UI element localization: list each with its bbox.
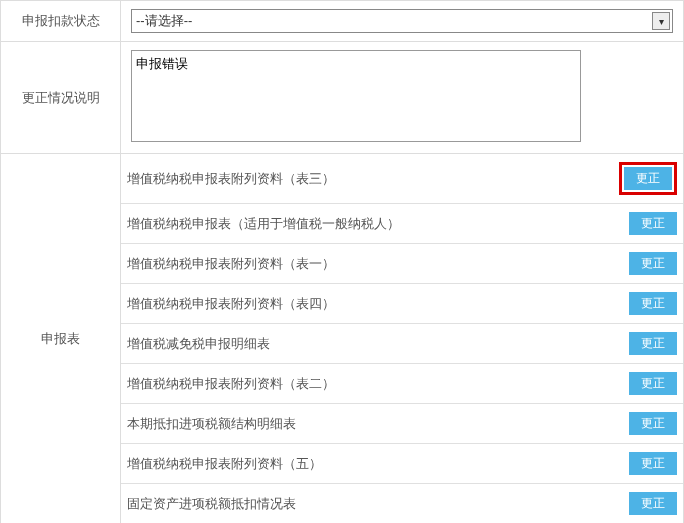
correct-button[interactable]: 更正 [629,292,677,315]
table-row: 增值税减免税申报明细表更正 [121,324,683,364]
table-row: 增值税纳税申报表附列资料（表三）更正 [121,154,683,204]
status-select[interactable]: --请选择-- ▾ [131,9,673,33]
correct-button[interactable]: 更正 [629,252,677,275]
form-name: 本期抵扣进项税额结构明细表 [121,404,603,444]
table-row: 固定资产进项税额抵扣情况表更正 [121,484,683,524]
table-row: 增值税纳税申报表（适用于增值税一般纳税人）更正 [121,204,683,244]
chevron-down-icon: ▾ [652,12,670,30]
forms-label: 申报表 [1,154,121,524]
form-name: 增值税纳税申报表（适用于增值税一般纳税人） [121,204,603,244]
correct-button[interactable]: 更正 [624,167,672,190]
form-name: 增值税纳税申报表附列资料（五） [121,444,603,484]
status-label: 申报扣款状态 [1,1,121,42]
correct-button[interactable]: 更正 [629,212,677,235]
highlight-box: 更正 [619,162,677,195]
forms-list: 增值税纳税申报表附列资料（表三）更正增值税纳税申报表（适用于增值税一般纳税人）更… [121,154,683,523]
table-row: 本期抵扣进项税额结构明细表更正 [121,404,683,444]
correct-button[interactable]: 更正 [629,492,677,515]
correction-form: 申报扣款状态 --请选择-- ▾ 更正情况说明 申报表 增值税纳税申报表附列资料… [0,0,684,523]
form-name: 增值税减免税申报明细表 [121,324,603,364]
form-name: 固定资产进项税额抵扣情况表 [121,484,603,524]
correct-button[interactable]: 更正 [629,332,677,355]
status-placeholder: --请选择-- [136,12,192,30]
form-name: 增值税纳税申报表附列资料（表一） [121,244,603,284]
table-row: 增值税纳税申报表附列资料（表二）更正 [121,364,683,404]
form-name: 增值税纳税申报表附列资料（表二） [121,364,603,404]
form-name: 增值税纳税申报表附列资料（表四） [121,284,603,324]
form-name: 增值税纳税申报表附列资料（表三） [121,154,603,204]
table-row: 增值税纳税申报表附列资料（表四）更正 [121,284,683,324]
correct-button[interactable]: 更正 [629,452,677,475]
desc-textarea[interactable] [131,50,581,142]
desc-label: 更正情况说明 [1,42,121,154]
correct-button[interactable]: 更正 [629,372,677,395]
correct-button[interactable]: 更正 [629,412,677,435]
table-row: 增值税纳税申报表附列资料（五）更正 [121,444,683,484]
table-row: 增值税纳税申报表附列资料（表一）更正 [121,244,683,284]
